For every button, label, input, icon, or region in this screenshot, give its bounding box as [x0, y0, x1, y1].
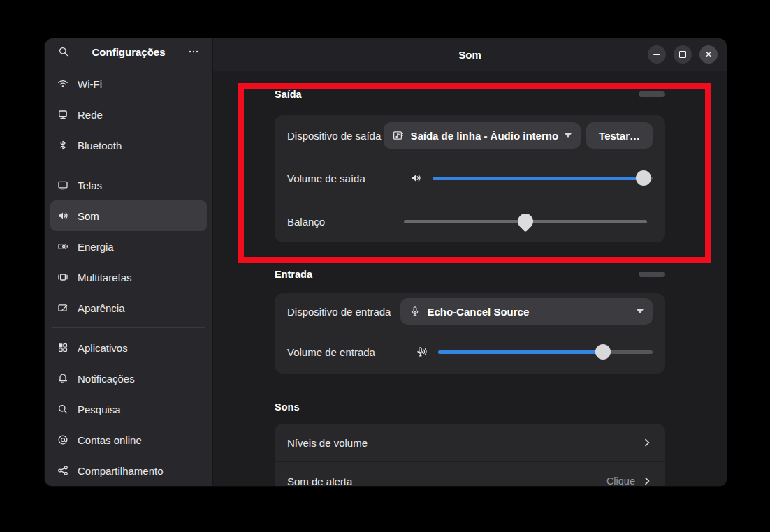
slider-fill [433, 177, 644, 180]
sidebar-item-notificacoes[interactable]: Notificações [50, 363, 207, 394]
sound-settings-content: Saída Dispositivo de saída Sa [213, 71, 727, 486]
sidebar-item-label: Wi-Fi [78, 78, 102, 90]
sidebar-item-aplicativos[interactable]: Aplicativos [50, 332, 207, 363]
magnifier-icon [57, 404, 68, 415]
minimize-icon [653, 54, 660, 55]
sidebar-item-pesquisa[interactable]: Pesquisa [50, 394, 207, 424]
sidebar-item-label: Energia [78, 241, 114, 253]
sounds-section-header: Sons [275, 400, 665, 414]
sidebar-item-label: Telas [78, 179, 102, 191]
sidebar-separator [52, 327, 205, 328]
window-controls: ✕ [648, 45, 727, 64]
microphone-icon [409, 306, 421, 317]
sidebar-item-label: Contas online [78, 434, 142, 446]
drag-handle[interactable] [639, 91, 665, 97]
at-sign-icon [57, 434, 68, 445]
output-volume-label: Volume de saída [287, 172, 365, 184]
balance-slider[interactable] [404, 214, 647, 229]
apps-grid-icon [57, 342, 68, 353]
menu-button[interactable] [183, 41, 204, 62]
headerbar: Som ✕ [213, 38, 727, 71]
close-icon: ✕ [705, 50, 712, 59]
chevron-right-icon [641, 475, 653, 486]
display-icon [57, 179, 68, 191]
output-volume-row: Volume de saída [275, 156, 665, 200]
output-volume-slider[interactable] [433, 170, 653, 186]
app-title: Configurações [74, 46, 183, 58]
network-icon [57, 109, 68, 120]
sounds-section-title: Sons [275, 401, 299, 413]
multitask-icon [57, 272, 68, 283]
slider-fill [438, 350, 603, 354]
ellipsis-icon [188, 46, 199, 57]
sounds-section: Sons Níveis de volume Som de [275, 400, 665, 486]
input-section: Entrada Dispositivo de entrada Echo-Canc… [275, 267, 665, 374]
input-card: Dispositivo de entrada Echo-Cancel Sourc… [275, 293, 665, 374]
sidebar-header: Configurações [45, 38, 212, 65]
output-device-dropdown[interactable]: Saída de linha - Áudio interno [384, 122, 581, 149]
input-device-dropdown[interactable]: Echo-Cancel Source [400, 298, 653, 325]
sidebar-item-compartilhamento[interactable]: Compartilhamento [50, 455, 207, 486]
chevron-right-icon [641, 437, 653, 448]
output-device-value: Saída de linha - Áudio interno [410, 130, 558, 142]
close-button[interactable]: ✕ [699, 45, 718, 64]
speaker-icon [57, 210, 68, 221]
sidebar-item-contas-online[interactable]: Contas online [50, 424, 207, 455]
alert-sound-row[interactable]: Som de alerta Clique [275, 461, 665, 486]
drag-handle[interactable] [639, 272, 665, 277]
sidebar-item-wifi[interactable]: Wi-Fi [50, 68, 207, 99]
sound-card-icon [393, 130, 404, 141]
sidebar-item-label: Bluetooth [78, 140, 122, 152]
input-device-value: Echo-Cancel Source [427, 306, 529, 318]
desktop: Configurações Wi-Fi [0, 0, 770, 532]
input-volume-knob[interactable] [595, 344, 611, 360]
input-volume-row: Volume de entrada [275, 330, 665, 374]
speaker-volume-icon [410, 172, 421, 184]
sidebar-item-som[interactable]: Som [50, 200, 207, 231]
minimize-button[interactable] [648, 45, 666, 64]
chevron-down-icon [565, 133, 572, 138]
input-volume-slider[interactable] [438, 344, 653, 360]
sounds-card: Níveis de volume Som de alerta Clique [275, 424, 665, 486]
sidebar-item-label: Som [78, 210, 99, 222]
output-card: Dispositivo de saída Saída de linha - Áu… [275, 115, 665, 242]
sidebar-item-aparencia[interactable]: Aparência [50, 293, 207, 323]
balance-knob[interactable] [514, 210, 536, 232]
chevron-down-icon [637, 309, 644, 313]
alert-sound-value: Clique [606, 475, 635, 486]
input-device-label: Dispositivo de entrada [287, 306, 391, 318]
settings-window: Configurações Wi-Fi [45, 38, 727, 486]
main-pane: Som ✕ Saída Dispositivo de saíd [213, 38, 727, 486]
input-section-title: Entrada [275, 269, 312, 280]
output-section-title: Saída [275, 89, 302, 100]
sidebar-item-label: Pesquisa [78, 404, 121, 415]
search-button[interactable] [53, 41, 74, 62]
alert-sound-label: Som de alerta [287, 475, 352, 487]
input-device-row: Dispositivo de entrada Echo-Cancel Sourc… [275, 293, 665, 330]
sidebar-item-rede[interactable]: Rede [50, 99, 207, 130]
microphone-volume-icon [416, 346, 427, 357]
test-speakers-button[interactable]: Testar… [586, 122, 653, 149]
output-section-header: Saída [275, 87, 665, 101]
sidebar-item-label: Aplicativos [78, 342, 128, 354]
output-volume-knob[interactable] [636, 170, 651, 186]
sidebar-item-multitarefas[interactable]: Multitarefas [50, 262, 207, 293]
bluetooth-icon [57, 140, 68, 151]
sidebar-item-label: Compartilhamento [78, 465, 164, 477]
battery-icon [57, 241, 68, 252]
output-device-label: Dispositivo de saída [287, 130, 381, 142]
maximize-icon [679, 51, 686, 58]
balance-label: Balanço [287, 216, 325, 228]
sidebar-separator [52, 165, 205, 165]
appearance-icon [57, 302, 68, 313]
sidebar-item-telas[interactable]: Telas [50, 170, 207, 200]
wifi-icon [57, 78, 68, 89]
sidebar-item-energia[interactable]: Energia [50, 231, 207, 262]
volume-levels-row[interactable]: Níveis de volume [275, 424, 665, 461]
input-volume-label: Volume de entrada [287, 346, 375, 358]
sidebar-item-bluetooth[interactable]: Bluetooth [50, 130, 207, 161]
sidebar-item-label: Aparência [78, 302, 125, 314]
maximize-button[interactable] [674, 45, 692, 64]
bell-icon [57, 373, 68, 384]
sidebar: Configurações Wi-Fi [45, 38, 213, 486]
